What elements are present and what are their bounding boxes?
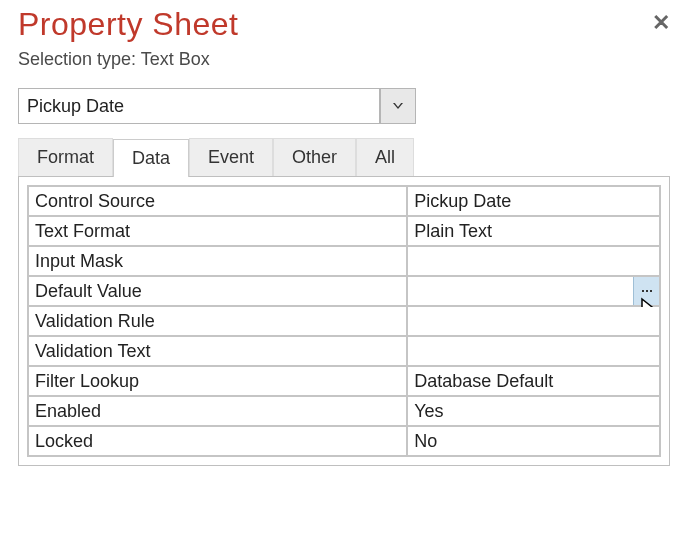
property-label: Validation Text [28,336,407,366]
ellipsis-icon [642,290,652,292]
tab-data[interactable]: Data [113,139,189,177]
property-row: EnabledYes [28,396,660,426]
chevron-down-icon [393,103,403,109]
property-value[interactable]: Plain Text [407,216,660,246]
property-value[interactable] [407,246,660,276]
property-value[interactable]: Database Default [407,366,660,396]
property-row: LockedNo [28,426,660,456]
close-icon[interactable]: ✕ [652,12,670,34]
tab-other[interactable]: Other [273,138,356,176]
property-row: Input Mask [28,246,660,276]
property-value[interactable]: Pickup Date [407,186,660,216]
tab-strip: FormatDataEventOtherAll [18,138,670,176]
property-row: Filter LookupDatabase Default [28,366,660,396]
tab-all[interactable]: All [356,138,414,176]
property-row: Text FormatPlain Text [28,216,660,246]
control-select[interactable]: Pickup Date [18,88,416,124]
page-title: Property Sheet [18,6,238,43]
property-table: Control SourcePickup DateText FormatPlai… [27,185,661,457]
tab-event[interactable]: Event [189,138,273,176]
property-value[interactable]: No [407,426,660,456]
property-label: Control Source [28,186,407,216]
property-value[interactable] [407,276,660,306]
control-select-dropdown-button[interactable] [380,88,416,124]
property-label: Text Format [28,216,407,246]
property-value[interactable] [407,306,660,336]
property-value[interactable]: Yes [407,396,660,426]
property-label: Enabled [28,396,407,426]
property-panel: Control SourcePickup DateText FormatPlai… [18,176,670,466]
property-row: Validation Text [28,336,660,366]
property-value[interactable] [407,336,660,366]
property-label: Locked [28,426,407,456]
property-label: Input Mask [28,246,407,276]
property-row: Validation Rule [28,306,660,336]
selection-type-label: Selection type: Text Box [18,49,670,70]
property-row: Control SourcePickup Date [28,186,660,216]
tab-format[interactable]: Format [18,138,113,176]
control-select-value[interactable]: Pickup Date [18,88,380,124]
property-row: Default Value [28,276,660,306]
property-label: Default Value [28,276,407,306]
property-label: Filter Lookup [28,366,407,396]
builder-button[interactable] [633,277,659,305]
property-label: Validation Rule [28,306,407,336]
